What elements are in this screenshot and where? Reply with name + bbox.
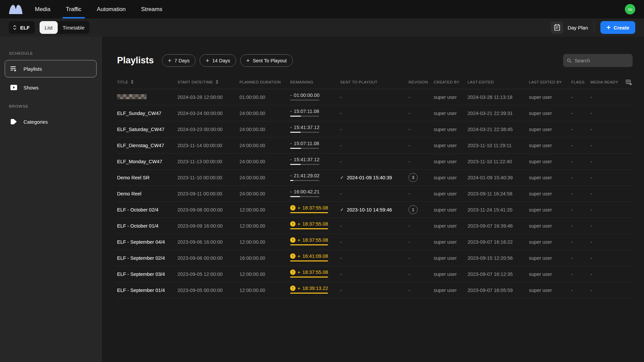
playlists-icon (10, 65, 17, 72)
user-avatar[interactable]: su (625, 4, 635, 14)
add-7-days-button[interactable]: + 7 Days (162, 54, 196, 67)
cell-created-by: super user (434, 272, 468, 277)
cell-flags: - (571, 175, 590, 180)
cell-start-date: 2023-09-06 16:00:00 (177, 239, 239, 245)
table-row[interactable]: Demo Reel SR 2023-11-10 00:00:00 24:00:0… (117, 170, 633, 186)
sort-icon[interactable] (216, 80, 218, 84)
column-header[interactable]: START DATE/TIME (177, 80, 239, 84)
warning-icon: ! (290, 221, 296, 227)
cell-created-by: super user (434, 111, 468, 116)
column-settings-icon[interactable] (626, 79, 632, 85)
view-toggle-timetable[interactable]: Timetable (58, 21, 90, 34)
cell-last-edited: 2024-01-09 15:40:39 (468, 175, 529, 180)
table-row[interactable]: ELF - September 03/4 2023-09-05 12:00:00… (117, 266, 633, 282)
plus-icon: + (206, 58, 209, 64)
cell-remaining: ! +18:37:55.08 (290, 221, 340, 230)
cell-revision: - (409, 95, 434, 100)
warning-icon: ! (290, 205, 296, 210)
cell-revision: 1 (409, 205, 434, 214)
remaining-progress-bar (290, 164, 319, 165)
nav-tab-media[interactable]: Media (35, 0, 50, 18)
cell-last-edited-by: super user (529, 191, 571, 196)
table-row[interactable]: ELF - September 01/4 2023-09-05 00:00:00… (117, 282, 633, 298)
cell-flags: - (571, 111, 590, 116)
cell-last-edited: 2024-03-21 22:38:45 (468, 127, 529, 132)
add-14-days-button[interactable]: + 14 Days (200, 54, 236, 67)
search-box[interactable] (563, 54, 633, 67)
cell-last-edited-by: super user (529, 207, 571, 213)
cell-remaining: ! -15:07:11.08 (290, 109, 340, 118)
table-row[interactable]: ELF - October 02/4 2023-09-08 00:00:00 1… (117, 202, 633, 218)
table-row[interactable]: 2024-03-28 12:00:00 01:00:00.00 ! -01:00… (117, 89, 633, 105)
cell-remaining: ! -15:07:11.08 (290, 141, 340, 150)
sidebar: SCHEDULE Playlists Shows BROWSE (0, 37, 102, 362)
day-plan-button[interactable]: Day Plan (551, 21, 588, 34)
cell-planned-duration: 24:00:00.00 (239, 127, 290, 132)
channel-selector[interactable]: ELF (9, 21, 35, 34)
table-row[interactable]: ELF - September 02/4 2023-09-06 00:00:00… (117, 250, 633, 266)
table-row[interactable]: Demo Reel 2023-09-11 00:00:00 24:00:00.0… (117, 186, 633, 202)
cell-flags: - (571, 127, 590, 132)
column-header: PLANNED DURATION (239, 80, 290, 84)
cell-sent-to-playout: ✓ - (340, 159, 409, 164)
cell-title: ELF_Dienstag_CW47 (117, 143, 177, 148)
cell-remaining: ! +16:41:09.08 (290, 253, 340, 262)
column-header[interactable]: TITLE (117, 80, 177, 84)
cell-sent-to-playout: ✓ - (340, 191, 409, 196)
cell-media-ready: - (590, 143, 633, 148)
table-row[interactable]: ELF - September 04/4 2023-09-06 16:00:00… (117, 234, 633, 250)
cell-created-by: super user (434, 191, 468, 196)
app-logo-icon[interactable] (9, 4, 23, 15)
sidebar-item-playlists[interactable]: Playlists (5, 60, 97, 77)
cell-planned-duration: 12:00:00.00 (239, 288, 290, 293)
toolbar-divider (594, 22, 594, 33)
cell-start-date: 2023-09-11 00:00:00 (177, 191, 239, 196)
cell-media-ready: - (590, 95, 633, 100)
nav-tab-automation[interactable]: Automation (97, 0, 126, 18)
table-row[interactable]: ELF_Sunday_CW47 2024-03-24 00:00:00 24:0… (117, 105, 633, 121)
cell-revision: - (409, 143, 434, 148)
add-sent-to-playout-button[interactable]: + Sent To Playout (240, 54, 293, 67)
table-row[interactable]: ELF - October 01/4 2023-09-09 16:00:00 1… (117, 218, 633, 234)
redacted-title (117, 94, 147, 99)
cell-remaining: ! +18:37:55.08 (290, 237, 340, 246)
warning-icon: ! (290, 237, 296, 243)
cell-last-edited-by: super user (529, 143, 571, 148)
cell-last-edited: 2023-11-24 15:41:20 (468, 207, 529, 213)
sort-icon[interactable] (131, 80, 133, 84)
table-row[interactable]: ELF_Saturday_CW47 2024-03-23 00:00:00 24… (117, 121, 633, 137)
view-toggle-list[interactable]: List (40, 21, 57, 34)
create-button[interactable]: + Create (600, 21, 635, 34)
cell-sent-to-playout: ✓ - (340, 223, 409, 229)
shows-icon (10, 84, 17, 90)
cell-created-by: super user (434, 159, 468, 164)
table-header-row: TITLESTART DATE/TIMEPLANNED DURATIONREMA… (117, 75, 633, 89)
cell-start-date: 2023-11-13 00:00:00 (177, 159, 239, 164)
cell-created-by: super user (434, 95, 468, 100)
cell-planned-duration: 12:00:00.00 (239, 272, 290, 277)
cell-title: ELF_Monday_CW47 (117, 159, 177, 164)
nav-tab-traffic[interactable]: Traffic (66, 0, 81, 18)
sidebar-item-label: Playlists (23, 66, 42, 72)
cell-start-date: 2023-09-05 12:00:00 (177, 272, 239, 277)
search-input[interactable] (575, 58, 629, 63)
table-row[interactable]: ELF_Dienstag_CW47 2023-11-14 00:00:00 24… (117, 137, 633, 154)
table-row[interactable]: ELF_Monday_CW47 2023-11-13 00:00:00 24:0… (117, 154, 633, 170)
cell-sent-to-playout: ✓ - (340, 255, 409, 261)
revision-badge: 3 (409, 173, 418, 182)
cell-remaining: ! +18:39:13.22 (290, 286, 340, 295)
cell-start-date: 2023-09-09 16:00:00 (177, 223, 239, 229)
cell-revision: - (409, 111, 434, 116)
sidebar-item-shows[interactable]: Shows (5, 79, 97, 96)
cell-media-ready: - (590, 159, 633, 164)
cell-flags: - (571, 95, 590, 100)
cell-planned-duration: 12:00:00.00 (239, 223, 290, 229)
create-button-label: Create (613, 25, 629, 31)
revision-badge: 1 (409, 205, 418, 214)
cell-media-ready: - (590, 175, 633, 180)
remaining-progress-bar (290, 244, 328, 245)
cell-created-by: super user (434, 175, 468, 180)
sidebar-item-categories[interactable]: Categories (5, 113, 97, 130)
cell-title (117, 94, 177, 100)
nav-tab-streams[interactable]: Streams (141, 0, 162, 18)
